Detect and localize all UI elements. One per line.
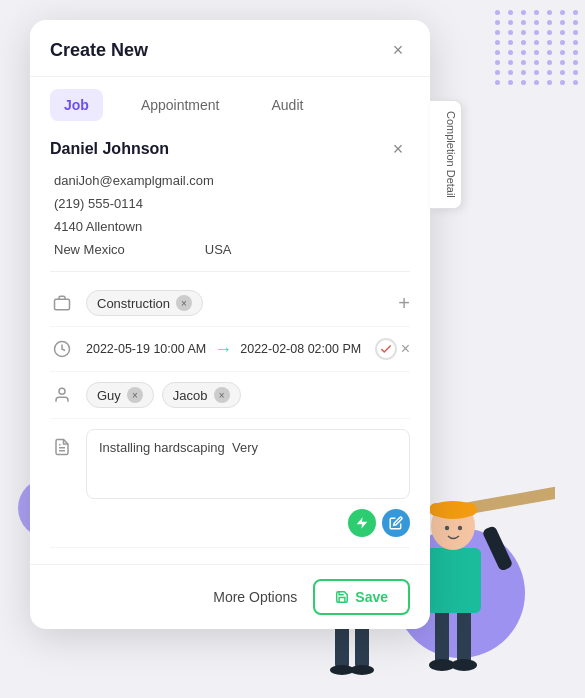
- remove-assignee-guy-button[interactable]: ×: [127, 387, 143, 403]
- arrow-right-icon: →: [214, 339, 232, 360]
- assignee-chip-jacob: Jacob ×: [162, 382, 241, 408]
- job-type-content: Construction ×: [86, 290, 386, 316]
- svg-rect-16: [457, 608, 471, 663]
- notes-upload-button[interactable]: [348, 509, 376, 537]
- customer-address: 4140 Allentown: [50, 219, 410, 234]
- svg-point-18: [451, 659, 477, 671]
- svg-point-3: [350, 665, 374, 675]
- remove-assignee-jacob-button[interactable]: ×: [214, 387, 230, 403]
- date-check-button[interactable]: [375, 338, 397, 360]
- job-type-chip: Construction ×: [86, 290, 203, 316]
- tab-bar: Job Appointment Audit: [30, 77, 430, 121]
- tab-appointment[interactable]: Appointment: [127, 89, 234, 121]
- date-start[interactable]: 2022-05-19 10:00 AM: [86, 342, 206, 356]
- notes-edit-button[interactable]: [382, 509, 410, 537]
- more-options-button[interactable]: More Options: [213, 589, 297, 605]
- briefcase-icon: [50, 291, 74, 315]
- notes-actions: [86, 509, 410, 537]
- svg-point-30: [59, 388, 65, 394]
- customer-phone: (219) 555-0114: [50, 196, 410, 211]
- svg-rect-21: [482, 525, 514, 572]
- tab-audit[interactable]: Audit: [258, 89, 318, 121]
- svg-rect-25: [429, 503, 477, 516]
- customer-email: daniJoh@examplgmail.com: [50, 173, 410, 188]
- svg-rect-28: [55, 299, 70, 310]
- date-content: 2022-05-19 10:00 AM → 2022-02-08 02:00 P…: [86, 339, 363, 360]
- svg-rect-15: [435, 608, 449, 663]
- svg-rect-19: [425, 548, 481, 613]
- create-new-modal: Completion Detail Create New × Job Appoi…: [30, 20, 430, 629]
- tab-job[interactable]: Job: [50, 89, 103, 121]
- customer-name: Daniel Johnson: [50, 140, 169, 158]
- divider-1: [50, 271, 410, 272]
- modal-header: Create New ×: [30, 20, 430, 77]
- assignees-content: Guy × Jacob ×: [86, 382, 410, 408]
- modal-footer: More Options Save: [30, 564, 430, 629]
- notes-textarea[interactable]: [86, 429, 410, 499]
- svg-point-26: [445, 526, 449, 530]
- clock-icon: [50, 337, 74, 361]
- date-end[interactable]: 2022-02-08 02:00 PM: [240, 342, 361, 356]
- completion-detail-tab[interactable]: Completion Detail: [430, 100, 462, 209]
- modal-title: Create New: [50, 40, 148, 61]
- notes-field: [50, 419, 410, 548]
- customer-country: USA: [205, 242, 232, 257]
- svg-marker-33: [357, 517, 368, 529]
- date-clear-button[interactable]: ×: [401, 340, 410, 358]
- add-job-type-button[interactable]: +: [398, 292, 410, 315]
- remove-job-type-button[interactable]: ×: [176, 295, 192, 311]
- decoration-dots: [495, 10, 575, 90]
- assignees-field: Guy × Jacob ×: [50, 372, 410, 419]
- notes-icon: [50, 435, 74, 459]
- assignee-chip-guy: Guy ×: [86, 382, 154, 408]
- save-button[interactable]: Save: [313, 579, 410, 615]
- customer-location: New Mexico USA: [50, 242, 410, 257]
- job-type-field: Construction × +: [50, 280, 410, 327]
- clear-customer-button[interactable]: ×: [386, 137, 410, 161]
- form-body: Daniel Johnson × daniJoh@examplgmail.com…: [30, 121, 430, 564]
- modal-close-button[interactable]: ×: [386, 38, 410, 62]
- date-field: 2022-05-19 10:00 AM → 2022-02-08 02:00 P…: [50, 327, 410, 372]
- person-icon: [50, 383, 74, 407]
- svg-point-27: [458, 526, 462, 530]
- date-actions: ×: [375, 338, 410, 360]
- customer-state: New Mexico: [54, 242, 125, 257]
- customer-row: Daniel Johnson ×: [50, 137, 410, 161]
- notes-wrapper: [86, 429, 410, 537]
